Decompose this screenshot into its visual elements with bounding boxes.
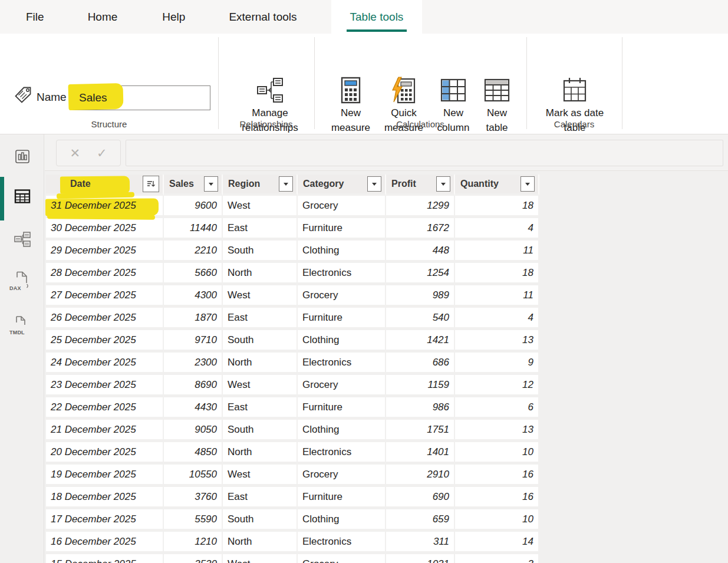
sidebar-item-report-view[interactable] <box>13 147 32 166</box>
cell-category[interactable]: Grocery <box>298 196 386 218</box>
column-header-quantity[interactable]: Quantity <box>455 175 539 196</box>
cell-profit[interactable]: 540 <box>386 308 455 330</box>
cell-profit[interactable]: 1299 <box>386 196 455 218</box>
cell-date[interactable]: 25 December 2025 <box>46 330 164 353</box>
column-header-region[interactable]: Region <box>223 175 298 196</box>
cell-sales[interactable]: 11440 <box>164 218 223 241</box>
menu-item-home[interactable]: Home <box>85 0 120 34</box>
cell-profit[interactable]: 1031 <box>386 554 455 563</box>
column-header-profit[interactable]: Profit <box>386 175 455 196</box>
menu-item-external-tools[interactable]: External tools <box>226 0 299 34</box>
cell-category[interactable]: Grocery <box>298 285 386 308</box>
cell-sales[interactable]: 9050 <box>164 420 223 442</box>
quantity-filter-button[interactable] <box>521 176 535 192</box>
cell-region[interactable]: West <box>223 196 298 218</box>
menu-item-help[interactable]: Help <box>160 0 187 34</box>
cell-quantity[interactable]: 4 <box>455 218 539 241</box>
cell-category[interactable]: Grocery <box>298 554 386 563</box>
cell-region[interactable]: North <box>223 532 298 554</box>
cell-date[interactable]: 20 December 2025 <box>46 442 164 465</box>
cell-profit[interactable]: 448 <box>386 241 455 263</box>
sidebar-item-tmdl-view[interactable]: TMDL <box>11 315 30 334</box>
cell-category[interactable]: Electronics <box>298 353 386 375</box>
cell-date[interactable]: 16 December 2025 <box>46 532 164 554</box>
cell-profit[interactable]: 1254 <box>386 263 455 285</box>
cell-region[interactable]: West <box>223 285 298 308</box>
cell-quantity[interactable]: 6 <box>455 397 539 420</box>
cell-sales[interactable]: 2300 <box>164 353 223 375</box>
cell-region[interactable]: West <box>223 375 298 397</box>
cell-region[interactable]: North <box>223 263 298 285</box>
cell-sales[interactable]: 4850 <box>164 442 223 465</box>
cell-quantity[interactable]: 3 <box>455 554 539 563</box>
cell-category[interactable]: Clothing <box>298 241 386 263</box>
cell-date[interactable]: 21 December 2025 <box>46 420 164 442</box>
cell-quantity[interactable]: 13 <box>455 420 539 442</box>
cell-profit[interactable]: 989 <box>386 285 455 308</box>
cell-date[interactable]: 19 December 2025 <box>46 465 164 487</box>
sidebar-item-table-view[interactable] <box>13 187 32 206</box>
column-header-sales[interactable]: Sales <box>164 175 223 196</box>
cell-category[interactable]: Electronics <box>298 532 386 554</box>
cell-profit[interactable]: 1159 <box>386 375 455 397</box>
profit-filter-button[interactable] <box>436 176 450 192</box>
cell-quantity[interactable]: 16 <box>455 487 539 509</box>
cell-region[interactable]: South <box>223 509 298 532</box>
cell-sales[interactable]: 4430 <box>164 397 223 420</box>
cell-region[interactable]: East <box>223 308 298 330</box>
column-header-category[interactable]: Category <box>298 175 386 196</box>
cell-category[interactable]: Furniture <box>298 487 386 509</box>
cell-category[interactable]: Clothing <box>298 509 386 532</box>
cell-region[interactable]: South <box>223 241 298 263</box>
cell-quantity[interactable]: 11 <box>455 241 539 263</box>
cell-quantity[interactable]: 13 <box>455 330 539 353</box>
cell-sales[interactable]: 4300 <box>164 285 223 308</box>
cell-profit[interactable]: 690 <box>386 487 455 509</box>
cell-category[interactable]: Grocery <box>298 465 386 487</box>
formula-input[interactable] <box>126 140 723 166</box>
sales-filter-button[interactable] <box>204 176 218 192</box>
sidebar-item-model-view[interactable] <box>13 230 32 249</box>
cell-category[interactable]: Clothing <box>298 330 386 353</box>
cell-sales[interactable]: 3760 <box>164 487 223 509</box>
cell-region[interactable]: West <box>223 465 298 487</box>
cell-category[interactable]: Furniture <box>298 308 386 330</box>
cell-date[interactable]: 17 December 2025 <box>46 509 164 532</box>
cell-sales[interactable]: 10550 <box>164 465 223 487</box>
cell-quantity[interactable]: 12 <box>455 375 539 397</box>
cell-profit[interactable]: 2910 <box>386 465 455 487</box>
cell-region[interactable]: East <box>223 218 298 241</box>
cell-sales[interactable]: 9710 <box>164 330 223 353</box>
cell-region[interactable]: West <box>223 554 298 563</box>
cell-region[interactable]: South <box>223 420 298 442</box>
cell-sales[interactable]: 5660 <box>164 263 223 285</box>
cell-date[interactable]: 28 December 2025 <box>46 263 164 285</box>
cell-sales[interactable]: 2210 <box>164 241 223 263</box>
cell-sales[interactable]: 5590 <box>164 509 223 532</box>
cell-date[interactable]: 27 December 2025 <box>46 285 164 308</box>
formula-commit-button[interactable]: ✓ <box>97 146 107 160</box>
cell-category[interactable]: Clothing <box>298 420 386 442</box>
cell-profit[interactable]: 686 <box>386 353 455 375</box>
cell-date[interactable]: 26 December 2025 <box>46 308 164 330</box>
cell-quantity[interactable]: 10 <box>455 509 539 532</box>
cell-category[interactable]: Furniture <box>298 218 386 241</box>
cell-category[interactable]: Electronics <box>298 442 386 465</box>
cell-quantity[interactable]: 18 <box>455 196 539 218</box>
cell-profit[interactable]: 311 <box>386 532 455 554</box>
cell-date[interactable]: 29 December 2025 <box>46 241 164 263</box>
sidebar-item-dax-query-view[interactable]: DAX <box>11 271 30 289</box>
cell-profit[interactable]: 986 <box>386 397 455 420</box>
formula-cancel-button[interactable]: ✕ <box>70 146 80 160</box>
cell-sales[interactable]: 8690 <box>164 375 223 397</box>
cell-region[interactable]: East <box>223 487 298 509</box>
cell-date[interactable]: 30 December 2025 <box>46 218 164 241</box>
cell-profit[interactable]: 1421 <box>386 330 455 353</box>
cell-category[interactable]: Grocery <box>298 375 386 397</box>
cell-sales[interactable]: 9600 <box>164 196 223 218</box>
cell-region[interactable]: South <box>223 330 298 353</box>
date-sort-button[interactable] <box>143 176 159 192</box>
cell-category[interactable]: Furniture <box>298 397 386 420</box>
cell-region[interactable]: North <box>223 442 298 465</box>
cell-quantity[interactable]: 9 <box>455 353 539 375</box>
